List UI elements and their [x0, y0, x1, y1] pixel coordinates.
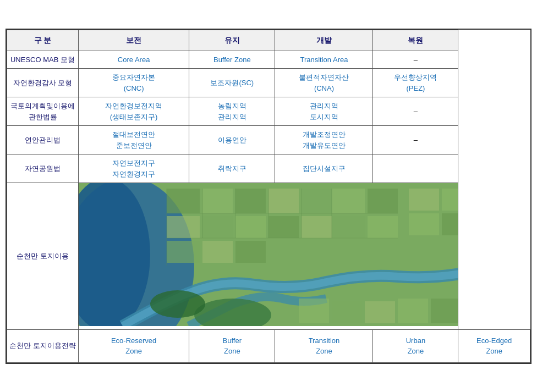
svg-rect-19 — [235, 241, 266, 263]
strategy-col2: BufferZone — [189, 329, 275, 362]
strategy-col4: UrbanZone — [373, 329, 458, 362]
header-row: 구 분 보전 유지 개발 복원 — [7, 30, 530, 51]
svg-rect-26 — [442, 213, 458, 235]
svg-rect-9 — [368, 189, 398, 213]
row1-col2: Buffer Zone — [189, 51, 275, 69]
row3-col4: – — [373, 97, 458, 126]
table-row: 자연환경감사 모형 중요자연자본(CNC) 보조자원(SC) 불편적자연자산(C… — [7, 69, 530, 97]
svg-rect-20 — [409, 189, 439, 211]
row4-col4: – — [373, 126, 458, 154]
row3-col1: 자연환경보전지역(생태보존지구) — [79, 97, 189, 126]
svg-rect-46 — [299, 299, 329, 323]
header-maintenance: 유지 — [189, 30, 275, 51]
svg-rect-50 — [431, 299, 458, 323]
strategy-col3: TransitionZone — [275, 329, 373, 362]
row3-col3: 관리지역도시지역 — [275, 97, 373, 126]
svg-rect-3 — [167, 189, 200, 213]
row5-col1: 자연보전지구자연환경지구 — [79, 154, 189, 183]
table-row: UNESCO MAB 모형 Core Area Buffer Zone Tran… — [7, 51, 530, 69]
svg-rect-18 — [202, 241, 233, 263]
svg-point-2 — [79, 183, 150, 326]
svg-rect-21 — [442, 189, 458, 211]
svg-rect-13 — [268, 216, 299, 238]
svg-rect-15 — [332, 216, 365, 238]
strategy-row: 순천만 토지이용전략 Eco-ReservedZone BufferZone T… — [7, 329, 530, 362]
row1-col4: – — [373, 51, 458, 69]
svg-rect-7 — [302, 189, 332, 213]
strategy-category: 순천만 토지이용전략 — [7, 329, 79, 362]
row5-col3: 집단시설지구 — [275, 154, 373, 183]
header-conservation: 보전 — [79, 30, 189, 51]
strategy-col5: Eco-EdgedZone — [458, 329, 530, 362]
row4-col1: 절대보전연안준보전연안 — [79, 126, 189, 154]
row4-col2: 이용연안 — [189, 126, 275, 154]
header-restoration: 복원 — [373, 30, 458, 51]
comparison-table: 구 분 보전 유지 개발 복원 UNESCO MAB 모형 Core Area … — [7, 30, 530, 363]
row1-col1: Core Area — [79, 51, 189, 69]
main-table-wrapper: 구 분 보전 유지 개발 복원 UNESCO MAB 모형 Core Area … — [6, 29, 531, 364]
svg-rect-12 — [235, 216, 266, 238]
row4-col3: 개발조정연안개발유도연안 — [275, 126, 373, 154]
row3-col2: 농림지역관리지역 — [189, 97, 275, 126]
row2-col1: 중요자연자본(CNC) — [79, 69, 189, 97]
svg-rect-10 — [167, 216, 200, 238]
svg-rect-11 — [202, 216, 233, 238]
svg-rect-47 — [332, 301, 362, 323]
strategy-col1: Eco-ReservedZone — [79, 329, 189, 362]
satellite-map-svg: N — [79, 183, 458, 326]
row3-category: 국토의계획및이용에관한법률 — [7, 97, 79, 126]
row2-col3: 불편적자연자산(CNA) — [275, 69, 373, 97]
row2-col4: 우선향상지역(PEZ) — [373, 69, 458, 97]
svg-rect-17 — [167, 241, 200, 263]
svg-rect-48 — [365, 301, 395, 323]
row4-category: 연안관리법 — [7, 126, 79, 154]
svg-rect-49 — [398, 299, 428, 323]
svg-rect-4 — [202, 189, 233, 213]
satellite-map: N — [79, 183, 458, 329]
table-row: 연안관리법 절대보전연안준보전연안 이용연안 개발조정연안개발유도연안 – — [7, 126, 530, 154]
row1-category: UNESCO MAB 모형 — [7, 51, 79, 69]
svg-rect-8 — [332, 189, 365, 213]
row5-col2: 취락지구 — [189, 154, 275, 183]
row5-category: 자연공원법 — [7, 154, 79, 183]
header-category: 구 분 — [7, 30, 79, 51]
map-cell: N — [79, 183, 458, 330]
row1-col3: Transition Area — [275, 51, 373, 69]
svg-rect-14 — [302, 216, 332, 238]
row2-col2: 보조자원(SC) — [189, 69, 275, 97]
svg-rect-25 — [409, 213, 439, 235]
svg-rect-16 — [368, 216, 398, 238]
map-category: 순천만 토지이용 — [7, 183, 79, 330]
svg-point-37 — [150, 290, 205, 318]
row5-col4 — [373, 154, 458, 183]
table-row: 국토의계획및이용에관한법률 자연환경보전지역(생태보존지구) 농림지역관리지역 … — [7, 97, 530, 126]
svg-rect-6 — [268, 189, 299, 213]
row2-category: 자연환경감사 모형 — [7, 69, 79, 97]
map-row: 순천만 토지이용 — [7, 183, 530, 330]
header-development: 개발 — [275, 30, 373, 51]
table-row: 자연공원법 자연보전지구자연환경지구 취락지구 집단시설지구 — [7, 154, 530, 183]
svg-rect-5 — [235, 189, 266, 213]
